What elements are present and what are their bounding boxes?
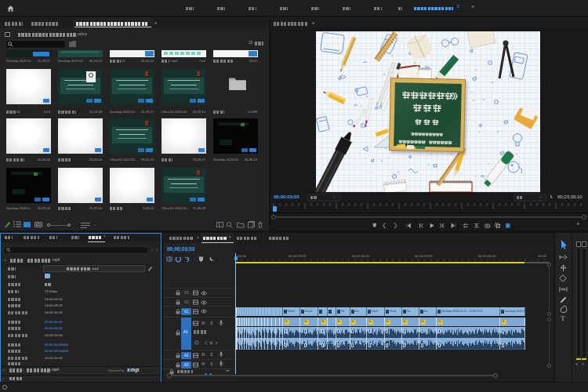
svg-text:T: T [561,314,565,321]
